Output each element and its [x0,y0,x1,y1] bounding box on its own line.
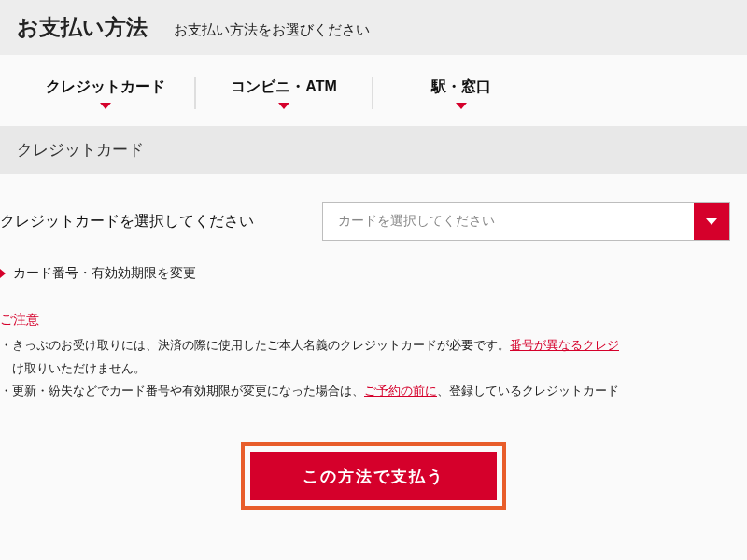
tab-label: クレジットカード [17,77,194,97]
change-card-link[interactable]: カード番号・有効効期限を変更 [0,265,747,304]
page-header: お支払い方法 お支払い方法をお選びください [0,0,747,55]
chevron-down-icon [278,103,289,109]
card-select-row: クレジットカードを選択してください カードを選択してください [0,174,747,265]
pay-button-highlight: この方法で支払う [241,442,506,510]
card-select[interactable]: カードを選択してください [322,202,730,241]
pay-with-this-method-button[interactable]: この方法で支払う [250,452,497,500]
card-select-toggle[interactable] [694,203,729,240]
card-select-placeholder: カードを選択してください [323,203,694,240]
tab-label: コンビニ・ATM [196,77,372,97]
tab-credit-card[interactable]: クレジットカード [17,77,194,109]
notice-line-1b: け取りいただけません。 [0,357,747,381]
notice-link-diff-number[interactable]: 番号が異なるクレジ [510,338,619,352]
notice-line-1: ・きっぷのお受け取りには、決済の際に使用したご本人名義のクレジットカードが必要で… [0,334,747,357]
chevron-down-icon [456,103,467,109]
page-subtitle: お支払い方法をお選びください [174,21,370,39]
tab-label: 駅・窓口 [374,77,549,97]
notice-link-before-booking[interactable]: ご予約の前に [364,384,437,398]
section-title: クレジットカード [0,126,747,174]
notice-block: ご注意 ・きっぷのお受け取りには、決済の際に使用したご本人名義のクレジットカード… [0,312,747,403]
tab-station-counter[interactable]: 駅・窓口 [372,77,549,109]
payment-tabs: クレジットカード コンビニ・ATM 駅・窓口 [0,55,747,126]
caret-right-icon [0,269,6,278]
notice-heading: ご注意 [0,312,747,329]
notice-line-2: ・更新・紛失などでカード番号や有効期限が変更になった場合は、ご予約の前に、登録し… [0,380,747,403]
page-title: お支払い方法 [17,13,148,42]
tab-convenience-atm[interactable]: コンビニ・ATM [194,77,372,109]
change-card-label: カード番号・有効効期限を変更 [13,265,196,282]
card-select-label: クレジットカードを選択してください [0,212,322,231]
chevron-down-icon [100,103,111,109]
chevron-down-icon [706,218,717,225]
